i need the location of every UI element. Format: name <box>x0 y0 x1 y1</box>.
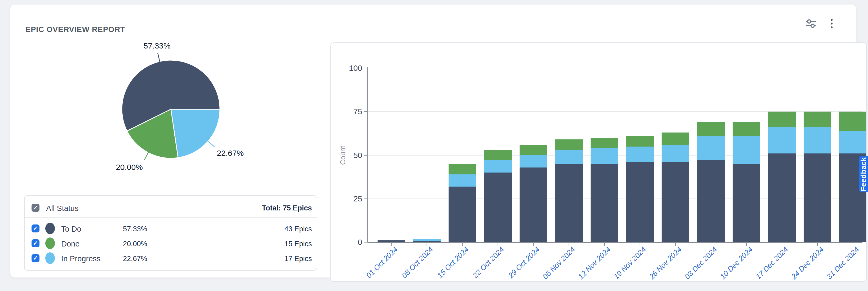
bar-segment-in-progress[interactable] <box>768 127 796 153</box>
bar-segment-done[interactable] <box>448 164 476 174</box>
bar-segment-to-do[interactable] <box>520 168 547 242</box>
bar-segment-done[interactable] <box>839 112 866 130</box>
legend-row-to-do: ✓ To Do 57.33% 43 Epics <box>25 222 317 235</box>
to-do-percent: 57.33% <box>123 225 147 233</box>
y-axis-title: Count <box>339 146 347 165</box>
bar-segment-in-progress[interactable] <box>839 131 866 153</box>
y-tick-label: 50 <box>353 151 362 159</box>
bar-segment-in-progress[interactable] <box>804 127 831 153</box>
bar-segment-in-progress[interactable] <box>733 136 760 164</box>
to-do-label: To Do <box>61 225 81 233</box>
bar-segment-in-progress[interactable] <box>520 155 547 168</box>
legend-divider <box>25 217 317 217</box>
x-axis-date-label[interactable]: 26 Nov 2024 <box>647 245 683 281</box>
bar-segment-in-progress[interactable] <box>591 148 618 164</box>
kebab-menu-icon[interactable] <box>826 18 838 29</box>
bar-segment-in-progress[interactable] <box>697 136 725 161</box>
x-axis-date-label[interactable]: 08 Oct 2024 <box>400 245 435 280</box>
feedback-label: Feedback <box>860 157 868 191</box>
bar-segment-to-do[interactable] <box>661 162 689 242</box>
bar-segment-to-do[interactable] <box>768 153 796 242</box>
x-axis-date-label[interactable]: 22 Oct 2024 <box>471 245 506 280</box>
sliders-settings-icon[interactable] <box>805 18 817 29</box>
x-axis-date-label[interactable]: 10 Dec 2024 <box>719 245 754 281</box>
in-progress-checkbox[interactable]: ✓ <box>32 254 39 262</box>
x-axis-date-label[interactable]: 17 Dec 2024 <box>754 245 789 281</box>
bar-segment-to-do[interactable] <box>626 162 654 242</box>
bar-segment-to-do[interactable] <box>484 173 512 242</box>
done-label: Done <box>61 240 80 248</box>
status-legend-panel: ✓ All Status Total: 75 Epics ✓ To Do 57.… <box>24 195 317 270</box>
x-axis-date-label[interactable]: 19 Nov 2024 <box>612 245 648 281</box>
pie-label-leader-line <box>158 53 160 62</box>
epic-overview-report-card: EPIC OVERVIEW REPORT 22. <box>10 4 856 278</box>
done-percent: 20.00% <box>123 240 147 248</box>
done-color-swatch <box>45 237 55 249</box>
legend-row-done: ✓ Done 20.00% 15 Epics <box>25 237 317 250</box>
y-tick-label: 75 <box>353 107 362 116</box>
bar-segment-to-do[interactable] <box>448 186 476 242</box>
bar-segment-done[interactable] <box>804 112 831 127</box>
y-tick-label: 25 <box>353 194 362 203</box>
bar-segment-in-progress[interactable] <box>448 174 476 186</box>
bar-segment-in-progress[interactable] <box>413 239 441 241</box>
in-progress-color-swatch <box>45 252 55 264</box>
bar-segment-done[interactable] <box>520 145 547 155</box>
x-axis-date-label[interactable]: 01 Oct 2024 <box>365 245 399 280</box>
bar-segment-in-progress[interactable] <box>555 150 583 164</box>
in-progress-count: 17 Epics <box>284 255 312 263</box>
legend-row-all-status: ✓ All Status Total: 75 Epics <box>25 202 317 214</box>
total-epics-label: Total: 75 Epics <box>262 204 312 212</box>
bar-segment-done[interactable] <box>555 139 583 150</box>
card-header-actions <box>805 18 838 29</box>
feedback-button[interactable]: Feedback <box>859 156 868 192</box>
bar-segment-to-do[interactable] <box>733 164 760 242</box>
pie-slice[interactable] <box>171 109 220 158</box>
x-axis-date-label[interactable]: 24 Dec 2024 <box>789 245 825 281</box>
pie-label-leader-line <box>208 141 215 147</box>
to-do-color-swatch <box>45 223 55 234</box>
bar-segment-to-do[interactable] <box>697 161 725 242</box>
pie-percent-label: 22.67% <box>217 149 244 157</box>
bar-segment-in-progress[interactable] <box>626 147 654 162</box>
y-tick-label: 100 <box>349 64 362 72</box>
bar-segment-in-progress[interactable] <box>661 145 689 162</box>
status-pie-chart[interactable]: 22.67%20.00%57.33% <box>108 41 257 177</box>
bar-segment-done[interactable] <box>697 122 725 136</box>
bar-segment-done[interactable] <box>768 112 796 127</box>
page-title: EPIC OVERVIEW REPORT <box>25 25 125 34</box>
x-axis-date-label[interactable]: 03 Dec 2024 <box>683 245 719 281</box>
all-status-label: All Status <box>46 204 79 213</box>
bar-segment-done[interactable] <box>591 138 618 148</box>
epic-trend-bar-chart[interactable]: 025507510001 Oct 202408 Oct 202415 Oct 2… <box>331 42 867 282</box>
bar-segment-done[interactable] <box>626 136 654 146</box>
bar-segment-done[interactable] <box>733 122 760 136</box>
to-do-count: 43 Epics <box>284 225 312 233</box>
x-axis-date-label[interactable]: 31 Dec 2024 <box>825 245 861 281</box>
legend-row-in-progress: ✓ In Progress 22.67% 17 Epics <box>25 252 317 264</box>
done-checkbox[interactable]: ✓ <box>32 239 39 247</box>
x-axis-date-label[interactable]: 12 Nov 2024 <box>577 245 612 281</box>
bar-segment-to-do[interactable] <box>804 153 831 242</box>
in-progress-label: In Progress <box>61 255 100 263</box>
x-axis-date-label[interactable]: 29 Oct 2024 <box>506 245 541 280</box>
x-axis-date-label[interactable]: 05 Nov 2024 <box>541 245 577 281</box>
bar-segment-to-do[interactable] <box>555 164 583 242</box>
pie-label-leader-line <box>144 152 148 160</box>
pie-percent-label: 57.33% <box>144 41 170 50</box>
done-count: 15 Epics <box>284 240 312 248</box>
bar-segment-to-do[interactable] <box>591 164 618 242</box>
to-do-checkbox[interactable]: ✓ <box>32 225 39 232</box>
bar-segment-in-progress[interactable] <box>484 161 512 173</box>
in-progress-percent: 22.67% <box>123 255 147 263</box>
y-tick-label: 0 <box>358 238 362 246</box>
bar-segment-done[interactable] <box>661 133 689 145</box>
pie-percent-label: 20.00% <box>116 163 143 172</box>
x-axis-date-label[interactable]: 15 Oct 2024 <box>436 245 470 280</box>
bar-segment-done[interactable] <box>484 150 512 161</box>
all-status-checkbox[interactable]: ✓ <box>32 204 39 212</box>
